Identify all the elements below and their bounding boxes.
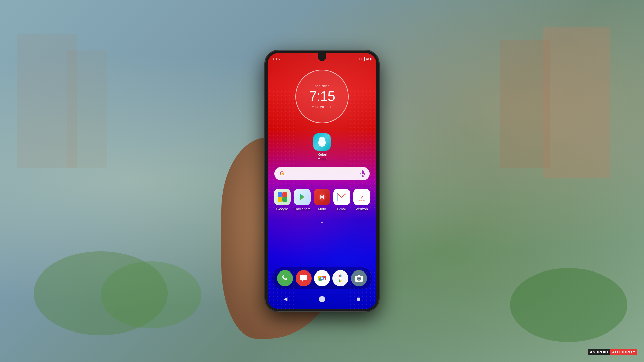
- watermark-authority: AUTHORITY: [610, 349, 637, 355]
- verizon-icon[interactable]: ✓ verizon: [353, 189, 370, 205]
- clock-widget[interactable]: Add cities 7:15 MAY 28 TUE: [295, 70, 349, 123]
- home-button[interactable]: ⬤: [319, 295, 325, 302]
- svg-point-26: [358, 278, 360, 279]
- status-bar: 7:15 ⬡ ▐ 4G ▮: [268, 55, 376, 63]
- app-grid-row: Google: [272, 189, 372, 212]
- verizon-label: Verizon: [356, 207, 368, 212]
- svg-rect-7: [278, 197, 282, 202]
- app-item-gmail[interactable]: Gmail: [333, 189, 351, 212]
- nfc-icon: ⬡: [359, 57, 362, 61]
- svg-marker-9: [300, 194, 305, 200]
- gmail-icon[interactable]: [333, 189, 350, 205]
- retail-mode-icon[interactable]: [313, 133, 331, 151]
- dock-photos-app[interactable]: [332, 270, 348, 286]
- watermark-android: ANDROID: [588, 349, 610, 355]
- gmail-label: Gmail: [337, 207, 347, 212]
- app-item-moto[interactable]: M Moto: [313, 189, 331, 212]
- app-item-google[interactable]: Google: [274, 189, 291, 212]
- svg-rect-16: [300, 275, 307, 280]
- status-time: 7:15: [272, 57, 280, 61]
- svg-text:verizon: verizon: [359, 199, 365, 201]
- phone-wrapper: 7:15 ⬡ ▐ 4G ▮ Add cities 7:15 MAY 28 TUE: [262, 44, 382, 318]
- dock-camera-app[interactable]: [351, 270, 367, 286]
- play-store-icon[interactable]: [294, 189, 311, 205]
- moto-icon[interactable]: M: [314, 189, 330, 205]
- add-cities-label[interactable]: Add cities: [315, 84, 329, 88]
- status-icons: ⬡ ▐ 4G ▮: [359, 57, 372, 61]
- svg-point-22: [339, 277, 342, 280]
- navigation-bar: ◀ ⬤ ◼: [268, 292, 376, 306]
- svg-marker-17: [302, 280, 303, 282]
- svg-text:M: M: [320, 194, 324, 200]
- retail-mode-app[interactable]: Retail Mode: [313, 133, 331, 161]
- google-maps-icon[interactable]: [274, 189, 291, 205]
- signal-icon: ▐: [363, 57, 365, 61]
- battery-icon: ▮: [370, 57, 372, 61]
- moto-label: Moto: [318, 207, 326, 212]
- google-logo: G: [278, 170, 286, 177]
- svg-rect-2: [362, 170, 364, 174]
- svg-point-21: [321, 277, 323, 279]
- clock-time-display: 7:15: [309, 89, 335, 103]
- svg-rect-5: [278, 192, 282, 197]
- all-apps-indicator[interactable]: ^: [321, 221, 323, 226]
- app-item-verizon[interactable]: ✓ verizon Verizon: [353, 189, 370, 212]
- app-dock: [272, 267, 372, 289]
- phone-screen: 7:15 ⬡ ▐ 4G ▮ Add cities 7:15 MAY 28 TUE: [268, 53, 376, 309]
- svg-rect-6: [282, 192, 287, 197]
- clock-date-display: MAY 28 TUE: [312, 105, 332, 109]
- play-store-label: Play Store: [293, 207, 311, 212]
- watermark: ANDROID AUTHORITY: [588, 349, 637, 355]
- svg-point-0: [319, 137, 325, 145]
- google-maps-label: Google: [276, 207, 288, 212]
- retail-mode-label: Retail Mode: [317, 152, 327, 161]
- mic-icon[interactable]: [360, 171, 366, 177]
- svg-point-1: [320, 137, 324, 143]
- back-button[interactable]: ◀: [283, 296, 287, 302]
- recents-button[interactable]: ◼: [357, 296, 361, 301]
- dock-messages-app[interactable]: [296, 270, 312, 286]
- dock-phone-app[interactable]: [277, 270, 293, 286]
- google-search-bar[interactable]: G: [274, 167, 370, 180]
- lte-icon: 4G: [366, 58, 369, 60]
- svg-rect-8: [282, 197, 287, 202]
- phone-body: 7:15 ⬡ ▐ 4G ▮ Add cities 7:15 MAY 28 TUE: [265, 50, 379, 312]
- app-item-playstore[interactable]: Play Store: [293, 189, 311, 212]
- dock-chrome-app[interactable]: [314, 270, 330, 286]
